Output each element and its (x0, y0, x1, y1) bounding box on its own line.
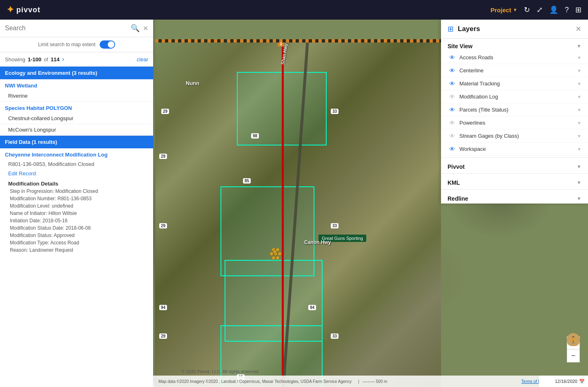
kml-group-header[interactable]: KML ▼ (441, 175, 588, 188)
logo: ✦ pivvot (7, 4, 40, 15)
layer-expand-arrow-centerline: ▼ (577, 68, 581, 73)
search-icon[interactable]: 🔍 (131, 24, 140, 33)
map-attribution: Map data ©2020 Imagery ©2020 , Landsat /… (155, 376, 588, 387)
layers-panel: ⊞ Layers ✕ Site View ▼ 👁 Access Roads ▼ … (441, 20, 588, 204)
street-view-pegman[interactable]: 🧍 (567, 333, 580, 346)
modification-record: R801-136-0853, Modification Closed (0, 159, 153, 169)
mod-detail-level: Modification Level: undefined (0, 202, 153, 210)
layer-visibility-icon-parcels: 👁 (449, 106, 455, 113)
showing-of: of (44, 56, 48, 63)
layer-item-workspace[interactable]: 👁 Workspace ▼ (441, 143, 588, 156)
road-marker-29-4: 29 (159, 333, 167, 339)
next-results-button[interactable]: › (62, 56, 64, 63)
layer-expand-arrow-workspace: ▼ (577, 147, 581, 152)
result-item-mccowns[interactable]: McCown's Longspur (0, 124, 153, 136)
results-scroll[interactable]: Ecology and Environment (3 results) NWI … (0, 67, 153, 387)
map-viewport: 3 29 33 98 29 85 29 33 94 94 94 29 33 85… (155, 39, 441, 387)
edit-record-link[interactable]: Edit Record (0, 169, 153, 178)
road-marker-29-1: 29 (161, 109, 169, 114)
road-marker-85: 85 (243, 178, 251, 183)
town-label-nunn: Nunn (186, 80, 199, 86)
layer-item-material-tracking[interactable]: 👁 Material Tracking ▼ (441, 77, 588, 90)
layer-expand-arrow-parcels: ▼ (577, 107, 581, 112)
layer-expand-arrow-modification-log: ▼ (577, 94, 581, 99)
showing-range: 1-100 (28, 56, 41, 63)
layer-name-parcels: Parcels (Title Status) (459, 107, 573, 113)
date-text: 12/16/2020 (555, 379, 577, 384)
road-marker-98: 98 (251, 133, 259, 139)
limit-search-label: Limit search to map extent (38, 42, 96, 47)
layer-visibility-icon-material-tracking: 👁 (449, 80, 455, 87)
road-marker-94-1: 94 (159, 305, 167, 310)
result-item-riverine[interactable]: Riverine (0, 90, 153, 102)
search-bar: 🔍 ✕ (0, 20, 153, 37)
cheyenne-modification-link[interactable]: Cheyenne Interconnect Modification Log (0, 148, 153, 159)
layer-expand-arrow-material-tracking: ▼ (577, 81, 581, 86)
layer-name-access-roads: Access Roads (459, 54, 573, 60)
layer-visibility-icon-stream-gages: 👁 (449, 132, 455, 139)
logo-text: pivvot (16, 6, 40, 14)
project-dropdown-arrow: ▼ (513, 7, 517, 12)
redline-group-header[interactable]: Redline ▼ (441, 191, 588, 204)
redline-group-arrow: ▼ (577, 196, 581, 201)
app-header: ✦ pivvot Project ▼ ↻ ⤢ 👤 ? ⊞ (0, 0, 588, 20)
left-panel: 🔍 ✕ Limit search to map extent Showing 1… (0, 20, 153, 387)
layer-name-modification-log: Modification Log (459, 94, 573, 100)
showing-text: Showing (5, 56, 25, 63)
showing-count: 114 (51, 56, 60, 63)
clear-results-link[interactable]: clear (137, 56, 148, 63)
layer-item-centerline[interactable]: 👁 Centerline ▼ (441, 64, 588, 77)
highway-label: Canon Hwy (304, 239, 331, 245)
user-button[interactable]: 👤 (549, 5, 558, 14)
layer-item-modification-log[interactable]: 👁 Modification Log ▼ (441, 90, 588, 103)
layer-visibility-icon-powerlines: 👁 (449, 119, 455, 126)
ecology-category-header[interactable]: Ecology and Environment (3 results) (0, 67, 153, 79)
mod-detail-number: Modification Number: R801-136-0853 (0, 195, 153, 202)
project-label: Project (490, 7, 511, 13)
search-close-icon[interactable]: ✕ (143, 25, 148, 32)
kml-group-arrow: ▼ (577, 180, 581, 186)
result-item-chestnut[interactable]: Chestnut-collared Longspur (0, 113, 153, 124)
site-view-group-header[interactable]: Site View ▼ (441, 39, 588, 51)
top-road-markers: 3 (155, 39, 441, 51)
zoom-out-button[interactable]: − (567, 349, 580, 362)
layers-title: Layers (458, 25, 571, 33)
toggle-knob (108, 41, 114, 48)
modification-details-header: Modification Details (0, 178, 153, 188)
layer-expand-arrow-stream-gages: ▼ (577, 134, 581, 139)
road-marker-94-2: 94 (308, 305, 316, 310)
layer-visibility-icon-workspace: 👁 (449, 145, 455, 152)
pivvot-group-arrow: ▼ (577, 164, 581, 170)
refresh-button[interactable]: ↻ (524, 5, 530, 14)
mod-detail-initiator: Name of Initiator: Hilton Wiltsie (0, 210, 153, 217)
search-input[interactable] (5, 25, 127, 32)
layer-item-parcels[interactable]: 👁 Parcels (Title Status) ▼ (441, 103, 588, 116)
layer-item-powerlines[interactable]: 👁 Powerlines ▼ (441, 116, 588, 130)
layer-name-material-tracking: Material Tracking (459, 81, 573, 87)
nwi-wetland-subcategory: NWI Wetland (0, 79, 153, 90)
layer-item-access-roads[interactable]: 👁 Access Roads ▼ (441, 51, 588, 64)
expand-button[interactable]: ⤢ (537, 5, 543, 14)
mod-detail-step: Step in Progression: Modification Closed (0, 188, 153, 195)
layer-divider-3 (441, 189, 588, 190)
layers-close-button[interactable]: ✕ (575, 25, 581, 34)
layer-divider-1 (441, 157, 588, 158)
pivvot-group-header[interactable]: Pivvot ▼ (441, 159, 588, 172)
field-data-category-header[interactable]: Field Data (1 results) (0, 136, 153, 148)
species-habitat-subcategory: Species Habitat POLYGON (0, 102, 153, 113)
layer-item-stream-gages[interactable]: 👁 Stream Gages (by Class) ▼ (441, 130, 588, 143)
road-marker-29-2: 29 (159, 154, 167, 159)
layer-name-centerline: Centerline (459, 67, 573, 74)
help-button[interactable]: ? (565, 6, 569, 14)
layer-expand-arrow-powerlines: ▼ (577, 121, 581, 125)
showing-bar: Showing 1-100 of 114 › clear (0, 52, 153, 67)
date-label: 12/16/2020 📅 (539, 376, 588, 387)
layer-expand-arrow-access-roads: ▼ (577, 55, 581, 60)
layer-visibility-icon-access-roads: 👁 (449, 54, 455, 61)
site-view-group-arrow: ▼ (577, 43, 581, 49)
project-button[interactable]: Project ▼ (490, 7, 517, 13)
layers-header: ⊞ Layers ✕ (441, 20, 588, 39)
limit-search-toggle[interactable] (100, 40, 115, 49)
apps-button[interactable]: ⊞ (575, 5, 581, 14)
road-marker-29-3: 29 (159, 223, 167, 228)
